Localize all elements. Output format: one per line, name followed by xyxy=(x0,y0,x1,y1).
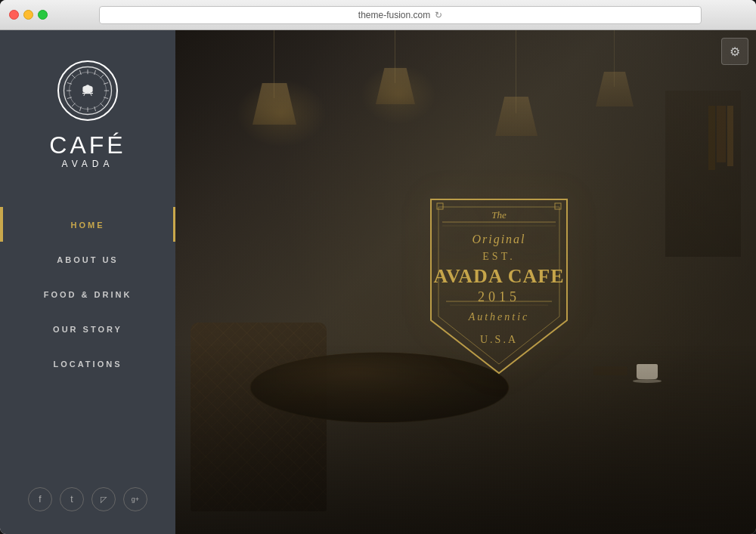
svg-point-20 xyxy=(85,85,89,88)
nav-item-locations[interactable]: LOCATIONS xyxy=(0,346,175,381)
twitter-icon[interactable]: t xyxy=(60,487,84,511)
instagram-icon[interactable]: ◸ xyxy=(91,487,116,511)
close-button[interactable] xyxy=(9,10,19,20)
svg-text:2015: 2015 xyxy=(478,289,520,304)
active-bar xyxy=(0,207,3,242)
url-bar[interactable]: theme-fusion.com ↻ xyxy=(99,6,702,24)
traffic-lights xyxy=(9,10,48,20)
nav-item-home[interactable]: HOME xyxy=(0,207,175,242)
svg-line-6 xyxy=(72,75,75,78)
stamp-container: The Original EST. AVADA CAFE 2015 Authen… xyxy=(416,184,582,381)
googleplus-icon[interactable]: g+ xyxy=(123,487,147,511)
nav-label-locations: LOCATIONS xyxy=(54,360,122,369)
svg-text:Authentic: Authentic xyxy=(468,311,530,323)
browser-window: theme-fusion.com ↻ xyxy=(0,0,756,534)
minimize-button[interactable] xyxy=(23,10,33,20)
logo-circle xyxy=(57,60,118,121)
main-content: The Original EST. AVADA CAFE 2015 Authen… xyxy=(175,30,756,534)
cafe-tagline: AVADA xyxy=(62,159,114,169)
svg-text:AVADA CAFE: AVADA CAFE xyxy=(433,265,564,287)
sidebar: CAFÉ AVADA HOME ABOUT US FOOD & DRINK OU… xyxy=(0,30,175,534)
nav-item-story[interactable]: OUR STORY xyxy=(0,311,175,346)
maximize-button[interactable] xyxy=(38,10,48,20)
nav-label-food: FOOD & DRINK xyxy=(44,290,132,299)
url-text: theme-fusion.com xyxy=(358,10,430,20)
logo-area: CAFÉ AVADA xyxy=(34,30,141,192)
browser-toolbar: theme-fusion.com ↻ xyxy=(0,0,756,30)
nav-label-story: OUR STORY xyxy=(53,325,122,334)
nav-menu: HOME ABOUT US FOOD & DRINK OUR STORY LOC… xyxy=(0,207,175,381)
svg-line-7 xyxy=(101,75,104,78)
logo-svg xyxy=(61,64,114,117)
nav-label-home: HOME xyxy=(71,221,105,230)
gear-icon: ⚙ xyxy=(730,45,740,59)
svg-rect-36 xyxy=(555,203,561,209)
facebook-icon[interactable]: f xyxy=(28,487,52,511)
settings-button[interactable]: ⚙ xyxy=(721,38,748,65)
browser-content: CAFÉ AVADA HOME ABOUT US FOOD & DRINK OU… xyxy=(0,30,756,534)
cafe-badge: The Original EST. AVADA CAFE 2015 Authen… xyxy=(416,184,582,381)
cafe-name: CAFÉ xyxy=(49,133,125,157)
svg-text:EST.: EST. xyxy=(482,251,515,262)
svg-line-9 xyxy=(101,103,104,106)
nav-label-about: ABOUT US xyxy=(57,255,118,264)
nav-item-food[interactable]: FOOD & DRINK xyxy=(0,276,175,311)
svg-line-8 xyxy=(72,103,75,106)
svg-text:Original: Original xyxy=(472,233,525,246)
nav-item-about[interactable]: ABOUT US xyxy=(0,242,175,276)
svg-text:U.S.A: U.S.A xyxy=(480,334,518,345)
svg-rect-35 xyxy=(437,203,443,209)
svg-text:The: The xyxy=(491,209,507,221)
refresh-icon[interactable]: ↻ xyxy=(435,10,442,20)
social-icons: f t ◸ g+ xyxy=(28,487,147,511)
